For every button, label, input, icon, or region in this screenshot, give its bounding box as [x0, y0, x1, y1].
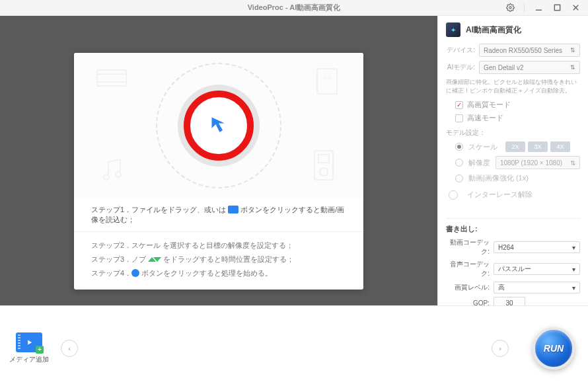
- add-icon: [228, 206, 239, 214]
- step-3: ステップ3．ノブ をドラッグすると時間位置を設定する；: [91, 253, 351, 266]
- radio-icon[interactable]: [455, 159, 463, 167]
- vcodec-row: 動画コーデック: H264▾: [446, 238, 580, 256]
- model-description: 画像細部に特化。ピクセルと線端な特徴をきれいに補正！ピンボケ自動補正＋ノイズ自動…: [446, 78, 580, 95]
- media-add-label: メディア追加: [9, 355, 49, 364]
- gear-icon[interactable]: [505, 3, 515, 13]
- window-controls: [505, 3, 588, 13]
- run-button[interactable]: RUN: [533, 327, 575, 370]
- interlace-row[interactable]: インターレース解除: [449, 190, 580, 200]
- model-settings-label: モデル設定：: [446, 128, 580, 137]
- svg-point-10: [104, 175, 109, 180]
- hq-mode-label: 高画質モード: [467, 100, 511, 110]
- media-add-button[interactable]: + メディア追加: [9, 332, 49, 364]
- scale-buttons: 2X 3X 4X: [505, 141, 570, 152]
- svg-point-11: [116, 172, 121, 177]
- interlace-label: インターレース解除: [467, 190, 533, 200]
- maximize-button[interactable]: [552, 3, 562, 13]
- svg-rect-8: [317, 69, 337, 94]
- step-4: ステップ4． ボタンをクリックすると処理を始める。: [91, 266, 351, 280]
- model-select[interactable]: Gen Detail v2⇅: [479, 61, 580, 74]
- model-row: AIモデル: Gen Detail v2⇅: [446, 61, 580, 74]
- cursor-arrow-icon: [207, 112, 231, 139]
- svg-point-0: [509, 7, 511, 9]
- steps-rest: ステップ2．スケール を選択すると目標の解像度を設定する； ステップ3．ノブ を…: [74, 232, 363, 290]
- scale-3x-button[interactable]: 3X: [528, 141, 548, 152]
- fast-mode-label: 高速モード: [467, 113, 503, 123]
- device-row: デバイス: Radeon RX550/550 Series⇅: [446, 44, 580, 57]
- next-button[interactable]: ›: [492, 340, 509, 357]
- model-label: AIモデル:: [446, 63, 475, 72]
- svg-rect-2: [554, 5, 560, 10]
- vcodec-select[interactable]: H264▾: [494, 241, 580, 253]
- main-area: AVI ステップ1．ファイルをドラッグ、或いは ボタンをクリックすると動画/画像…: [0, 16, 588, 305]
- divider: [524, 3, 525, 13]
- minimize-button[interactable]: [534, 3, 543, 13]
- app-title: VideoProc - AI動画高画質化: [248, 3, 341, 13]
- chevron-down-icon: ▾: [572, 244, 575, 251]
- bottom-bar: + メディア追加 ‹ › RUN: [0, 305, 588, 390]
- circle-checkbox-icon[interactable]: [449, 190, 458, 200]
- panel-header: ✦ AI動画高画質化: [446, 22, 580, 37]
- add-media-circle-button[interactable]: [178, 85, 260, 167]
- step-1: ステップ1．ファイルをドラッグ、或いは ボタンをクリックすると動画/画像を読込む…: [74, 198, 363, 232]
- fast-mode-row[interactable]: 高速モード: [455, 113, 580, 123]
- resolution-label: 解像度: [468, 158, 490, 168]
- settings-pane: ✦ AI動画高画質化 デバイス: Radeon RX550/550 Series…: [437, 16, 588, 305]
- svg-rect-5: [97, 70, 126, 86]
- film-icon: [94, 65, 129, 94]
- acodec-label: 音声コーデック:: [446, 260, 490, 278]
- plus-icon: +: [36, 346, 44, 354]
- radio-icon[interactable]: [455, 175, 463, 182]
- enhance-label: 動画|画像強化 (1x): [468, 173, 529, 183]
- device-select[interactable]: Radeon RX550/550 Series⇅: [479, 44, 580, 57]
- scale-label: スケール: [468, 142, 497, 152]
- checkbox-checked-icon[interactable]: [455, 101, 463, 109]
- scale-4x-button[interactable]: 4X: [550, 141, 570, 152]
- acodec-row: 音声コーデック: パススルー▾: [446, 260, 580, 278]
- vcodec-label: 動画コーデック:: [446, 238, 490, 256]
- resolution-row[interactable]: 解像度 1080P (1920 × 1080)⇅: [455, 156, 580, 169]
- svg-point-13: [320, 168, 328, 176]
- chevron-down-icon: ▾: [572, 284, 575, 292]
- acodec-select[interactable]: パススルー▾: [494, 263, 580, 275]
- avi-icon: AVI: [313, 66, 344, 99]
- chevron-updown-icon: ⇅: [570, 64, 575, 71]
- music-icon: [98, 155, 128, 188]
- run-icon-small: [131, 269, 139, 277]
- step-2: ステップ2．スケール を選択すると目標の解像度を設定する；: [91, 239, 351, 253]
- quality-select[interactable]: 高▾: [494, 282, 580, 293]
- enhance-row[interactable]: 動画|画像強化 (1x): [455, 173, 580, 183]
- drop-card: AVI ステップ1．ファイルをドラッグ、或いは ボタンをクリックすると動画/画像…: [74, 53, 363, 290]
- export-title: 書き出し:: [446, 224, 580, 234]
- hq-mode-row[interactable]: 高画質モード: [455, 100, 580, 110]
- svg-marker-15: [28, 340, 32, 344]
- ai-icon: ✦: [446, 22, 460, 37]
- chevron-updown-icon: ⇅: [570, 47, 575, 54]
- quality-label: 画質レベル:: [446, 283, 490, 292]
- svg-rect-14: [318, 155, 329, 163]
- radio-on-icon[interactable]: [455, 143, 463, 151]
- svg-text:AVI: AVI: [323, 75, 331, 81]
- scale-2x-button[interactable]: 2X: [505, 141, 525, 152]
- slider-icon: [148, 253, 161, 266]
- device-label: デバイス:: [446, 46, 475, 55]
- checkbox-icon[interactable]: [455, 114, 463, 122]
- close-button[interactable]: [571, 3, 580, 13]
- device-icon: [311, 148, 337, 185]
- title-bar: VideoProc - AI動画高画質化: [0, 0, 588, 16]
- prev-button[interactable]: ‹: [61, 340, 78, 357]
- scale-row[interactable]: スケール 2X 3X 4X: [455, 141, 580, 152]
- chevron-updown-icon: ⇅: [570, 159, 575, 167]
- panel-title: AI動画高画質化: [466, 24, 521, 36]
- drop-area[interactable]: AVI: [74, 53, 363, 198]
- highlight-ring: [184, 91, 254, 161]
- quality-row: 画質レベル: 高▾: [446, 282, 580, 293]
- chevron-down-icon: ▾: [572, 266, 575, 273]
- preview-pane: AVI ステップ1．ファイルをドラッグ、或いは ボタンをクリックすると動画/画像…: [0, 16, 437, 305]
- media-add-icon: +: [16, 332, 42, 352]
- resolution-select[interactable]: 1080P (1920 × 1080)⇅: [496, 156, 580, 169]
